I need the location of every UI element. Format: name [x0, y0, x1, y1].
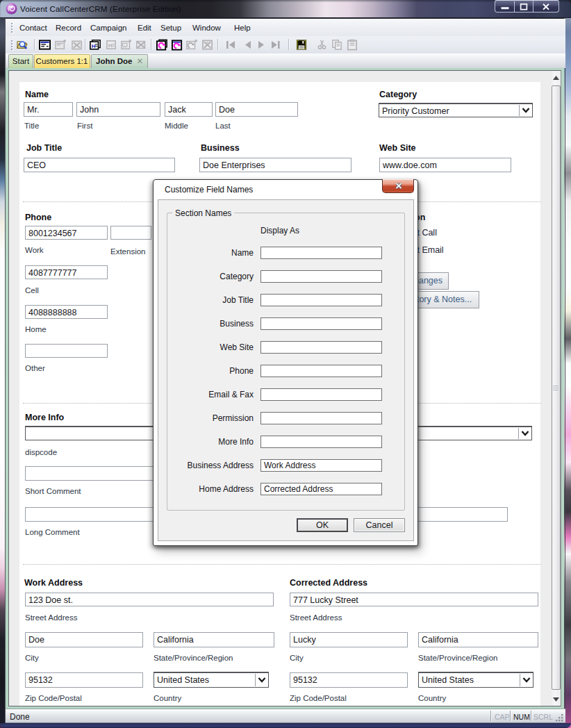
svg-text:H: H — [92, 43, 96, 49]
svg-text:H: H — [108, 42, 113, 49]
